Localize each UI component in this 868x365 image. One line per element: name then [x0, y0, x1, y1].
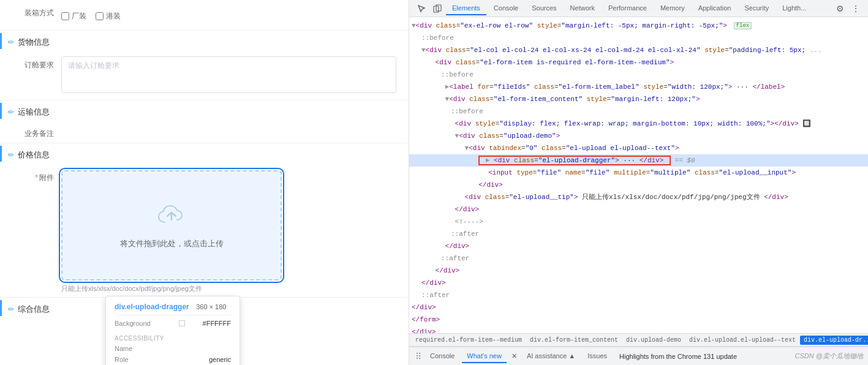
tooltip-role-value: generic [209, 356, 231, 363]
tooltip-bg-swatch [179, 320, 185, 326]
menu-dots-icon: ⠿ [415, 352, 421, 361]
html-line[interactable]: ►<label for="fileIds" class="el-form-ite… [409, 81, 868, 93]
upload-cloud-icon [156, 201, 187, 233]
inspect-icon[interactable] [430, 1, 445, 16]
html-line[interactable]: ::after [409, 228, 868, 240]
upload-hint: 只能上传xls/xlsx/doc/docx/pdf/jpg/png/jpeg文件 [61, 284, 396, 293]
packaging-options: 厂装 港装 [61, 6, 396, 26]
html-line[interactable]: ::after [409, 289, 868, 301]
price-section-title: 价格信息 [18, 149, 50, 160]
tab-issues[interactable]: Issues [583, 350, 612, 363]
breadcrumb-item[interactable]: div.upload-demo [622, 336, 685, 345]
tooltip-role-row: Role generic [115, 354, 231, 365]
tab-sources[interactable]: Sources [526, 2, 562, 15]
cargo-section-icon: ✏ [8, 38, 14, 47]
general-section-title: 综合信息 [18, 304, 50, 315]
breadcrumb-item-active[interactable]: div.el-upload-dr... [800, 336, 868, 345]
general-section-icon: ✏ [8, 305, 14, 314]
order-requirements-label: 订舱要求 [12, 56, 61, 70]
html-line[interactable]: </div> [409, 265, 868, 277]
attachment-label: 附件 [12, 168, 61, 183]
html-line[interactable]: </div> [409, 179, 868, 191]
business-remarks-row: 业务备注 [0, 121, 409, 143]
html-line[interactable]: ::before [409, 32, 868, 44]
breadcrumb-bar: required.el-form-item--medium div.el-for… [409, 333, 868, 347]
html-line[interactable]: ▼<div class="upload-demo"> [409, 130, 868, 142]
html-line[interactable]: </div> [409, 240, 868, 252]
tooltip-bg-row: Background #FFFFFF [115, 318, 231, 329]
tab-elements[interactable]: Elements [446, 2, 486, 15]
tab-security[interactable]: Security [738, 2, 775, 15]
html-tree: ▼<div class="ex-el-row el-row" style="ma… [409, 17, 868, 333]
html-line[interactable]: <div class="el-form-item is-required el-… [409, 56, 868, 69]
more-icon[interactable]: ⋮ [848, 1, 863, 16]
tab-network[interactable]: Network [564, 2, 601, 15]
html-line[interactable]: ▼<div class="el-form-item_content" style… [409, 93, 868, 105]
bottom-text: Highlights from the Chrome 131 update [614, 350, 742, 363]
tab-performance[interactable]: Performance [602, 2, 653, 15]
factory-label: 厂装 [72, 11, 86, 21]
settings-icon[interactable]: ⚙ [832, 1, 847, 16]
html-line[interactable]: ▼<div class="el-col el-col-24 el-col-xs-… [409, 44, 868, 56]
breadcrumb-item[interactable]: div.el-upload.el-upload--text [685, 336, 799, 345]
html-line[interactable]: ::after [409, 252, 868, 265]
tab-memory[interactable]: Memory [654, 2, 691, 15]
factory-checkbox[interactable] [61, 12, 69, 20]
html-line[interactable]: ▼<div tabindex="0" class="el-upload el-u… [409, 142, 868, 154]
attachment-content: 将文件拖到此处，或点击上传 只能上传xls/xlsx/doc/docx/pdf/… [61, 168, 396, 293]
devtools-tab-bar: Elements Console Sources Network Perform… [409, 0, 868, 17]
html-line[interactable]: ▼<div class="ex-el-row el-row" style="ma… [409, 20, 868, 32]
breadcrumb-item[interactable]: required.el-form-item--medium [412, 336, 526, 345]
tooltip-dimensions: 360 × 180 [196, 303, 226, 310]
tab-console-bottom[interactable]: Console [425, 350, 459, 363]
html-line[interactable]: </div> [409, 326, 868, 333]
close-whats-new-icon[interactable]: ✕ [509, 351, 519, 361]
html-line[interactable]: </div> [409, 301, 868, 314]
tooltip-bg-label: Background [115, 320, 164, 327]
attachment-row: 附件 将文件拖到此处，或点击上传 只能上传xls/xlsx/doc/docx/p… [0, 164, 409, 298]
cargo-section-title: 货物信息 [18, 37, 50, 48]
devtools-panel: Elements Console Sources Network Perform… [409, 0, 868, 365]
upload-text: 将文件拖到此处，或点击上传 [120, 238, 224, 249]
html-line[interactable]: ::before [409, 105, 868, 118]
upload-dragger[interactable]: 将文件拖到此处，或点击上传 [61, 170, 282, 280]
tooltip-element-name: div.el-upload-dragger 360 × 180 [115, 303, 231, 311]
html-line[interactable]: </div> [409, 277, 868, 289]
shipping-section-icon: ✏ [8, 108, 14, 116]
tooltip-accessibility-label: ACCESSIBILITY [115, 333, 231, 343]
tab-ai-assistance[interactable]: AI assistance ▲ [522, 350, 580, 363]
form-panel: 装箱方式 厂装 港装 ✏ 货物信息 订舱要求 ✏ 运输信息 [0, 0, 409, 365]
html-line-selected[interactable]: ► <div class="el-upload-dragger"> ··· </… [409, 154, 868, 167]
tab-application[interactable]: Application [692, 2, 738, 15]
order-requirements-content [61, 56, 396, 95]
tab-whats-new[interactable]: What's new [462, 350, 507, 363]
html-line[interactable]: <!----> [409, 216, 868, 228]
console-bar: ⠿ Console What's new ✕ AI assistance ▲ I… [409, 347, 868, 365]
html-line[interactable]: <div style="display: flex; flex-wrap: wr… [409, 118, 868, 130]
business-remarks-label: 业务备注 [12, 125, 61, 139]
port-checkbox[interactable] [96, 12, 104, 20]
packaging-label: 装箱方式 [12, 6, 61, 18]
html-line[interactable]: <div class="el-upload__tip"> 只能上传xls/xls… [409, 191, 868, 203]
port-label: 港装 [106, 11, 121, 21]
tab-lighthouse[interactable]: Lighth... [776, 2, 812, 15]
tab-console[interactable]: Console [488, 2, 524, 15]
order-requirements-row: 订舱要求 [0, 51, 409, 100]
tooltip-role-label: Role [115, 356, 164, 363]
tooltip-name-label: Name [115, 345, 164, 352]
element-tooltip: div.el-upload-dragger 360 × 180 Backgrou… [105, 296, 240, 365]
order-requirements-input[interactable] [61, 56, 396, 93]
html-line[interactable]: </div> [409, 203, 868, 216]
breadcrumb-item[interactable]: div.el-form-item_content [526, 336, 622, 345]
html-line[interactable]: ::before [409, 69, 868, 81]
packaging-row: 装箱方式 厂装 港装 [0, 0, 409, 31]
packaging-option-port[interactable]: 港装 [96, 11, 121, 21]
html-line[interactable]: <input type="file" name="file" multiple=… [409, 167, 868, 179]
shipping-section-title: 运输信息 [18, 107, 50, 118]
packaging-option-factory[interactable]: 厂装 [61, 11, 86, 21]
tooltip-name-row: Name [115, 343, 231, 354]
html-line[interactable]: </form> [409, 314, 868, 326]
price-section-icon: ✏ [8, 151, 14, 159]
watermark-text: CSDN @卖个瓜地锄地 [795, 352, 863, 361]
cursor-icon[interactable] [414, 1, 429, 16]
